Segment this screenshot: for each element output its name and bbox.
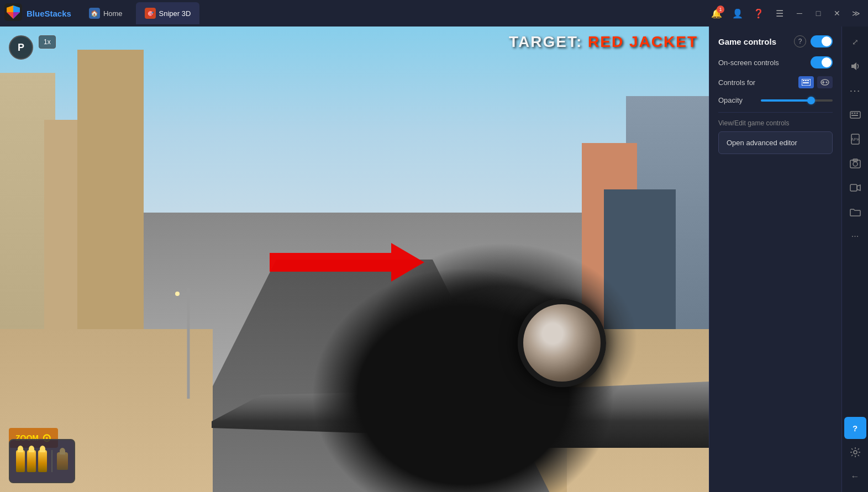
controls-panel: Game controls ? On-screen controls Contr… — [709, 27, 841, 492]
controls-title: Game controls — [718, 37, 776, 46]
account-button[interactable]: 👤 — [729, 4, 746, 22]
video-record-icon[interactable] — [844, 177, 866, 199]
target-highlight: RED JACKET — [588, 33, 698, 50]
bullet-2 — [27, 450, 36, 472]
back-icon[interactable]: ← — [844, 465, 866, 488]
help-question-button[interactable]: ? — [844, 417, 866, 439]
sniper-tab-icon: 🎯 — [145, 8, 156, 19]
screenshot-icon[interactable] — [844, 152, 866, 174]
view-edit-label: View/Edit game controls — [718, 119, 833, 127]
home-tab-icon: 🏠 — [89, 8, 100, 19]
svg-point-33 — [854, 451, 857, 454]
svg-rect-12 — [805, 80, 807, 81]
svg-rect-23 — [854, 113, 855, 114]
controls-actions: ? — [794, 35, 833, 47]
open-advanced-editor-button[interactable]: Open advanced editor — [718, 131, 833, 154]
slider-track[interactable] — [761, 99, 833, 102]
opacity-slider[interactable] — [761, 99, 833, 102]
svg-rect-31 — [850, 184, 857, 191]
brand-label: BlueStacks — [27, 9, 71, 18]
main-layout: 🌴 🌴 TARGET: RED JACKET P 1x ZOOM ⊙ — [0, 27, 868, 492]
tab-home[interactable]: 🏠 Home — [80, 2, 131, 24]
bullets-display — [9, 439, 75, 483]
bullet-1 — [16, 450, 25, 472]
controls-for-icons — [798, 76, 833, 88]
folder-icon[interactable] — [844, 201, 866, 223]
street-lamp — [177, 288, 199, 399]
svg-rect-13 — [807, 80, 809, 81]
svg-point-8 — [175, 292, 180, 296]
svg-marker-20 — [851, 62, 856, 70]
keyboard-ctrl-icon[interactable] — [798, 76, 814, 88]
svg-text:APK: APK — [851, 137, 860, 142]
building-3 — [77, 50, 144, 375]
menu-button[interactable]: ☰ — [771, 4, 788, 22]
fullscreen-icon[interactable]: ⤢ — [844, 31, 866, 53]
maximize-button[interactable]: □ — [811, 6, 826, 21]
controls-header: Game controls ? — [718, 35, 833, 47]
sidebar-toggle-button[interactable]: ≫ — [848, 6, 864, 21]
keyboard-icon[interactable] — [844, 104, 866, 126]
right-sidebar: ⤢ ⋯ APK — [841, 27, 868, 492]
on-screen-label: On-screen controls — [718, 59, 779, 67]
notification-button[interactable]: 🔔 1 — [708, 4, 725, 22]
controls-toggle[interactable] — [811, 35, 833, 47]
titlebar: BlueStacks 🏠 Home 🎯 Sniper 3D 🔔 1 👤 ❓ ☰ … — [0, 0, 868, 27]
on-screen-controls-row: On-screen controls — [718, 56, 833, 68]
svg-rect-25 — [851, 115, 858, 116]
notification-badge: 1 — [717, 6, 724, 13]
opacity-row: Opacity — [718, 96, 833, 104]
adv-editor-label: Open advanced editor — [727, 139, 797, 147]
settings-icon[interactable] — [844, 441, 866, 463]
target-label: TARGET: — [509, 33, 582, 50]
svg-rect-22 — [851, 113, 853, 114]
palm-tree-1: 🌴 — [390, 318, 445, 362]
titlebar-actions: 🔔 1 👤 ❓ ☰ ─ □ ✕ ≫ — [708, 4, 864, 22]
minimize-button[interactable]: ─ — [792, 6, 807, 21]
bullet-4 — [57, 452, 68, 470]
divider-1 — [718, 112, 833, 113]
close-button[interactable]: ✕ — [829, 6, 845, 21]
tab-sniper3d[interactable]: 🎯 Sniper 3D — [136, 2, 200, 24]
sidewalk-right — [567, 329, 709, 492]
zoom-indicator-top[interactable]: 1x — [39, 35, 56, 49]
svg-point-29 — [853, 162, 858, 166]
bullet-3 — [38, 450, 47, 472]
help-button[interactable]: ❓ — [750, 4, 767, 22]
palm-tree-2: 🌴 — [461, 338, 502, 371]
controls-for-row: Controls for — [718, 76, 833, 88]
svg-rect-11 — [803, 80, 804, 81]
slider-thumb[interactable] — [807, 97, 815, 104]
on-screen-toggle[interactable] — [811, 56, 833, 68]
target-display: TARGET: RED JACKET — [509, 33, 698, 51]
volume-icon[interactable] — [844, 55, 866, 77]
bullet-divider — [51, 450, 52, 472]
dots-grid-icon[interactable]: ⋯ — [844, 80, 866, 102]
svg-rect-24 — [856, 113, 858, 114]
opacity-label: Opacity — [718, 96, 743, 104]
sniper-tab-label: Sniper 3D — [159, 9, 191, 18]
svg-point-17 — [826, 82, 828, 83]
game-area[interactable]: 🌴 🌴 TARGET: RED JACKET P 1x ZOOM ⊙ — [0, 27, 709, 492]
p-button[interactable]: P — [9, 35, 33, 60]
svg-rect-14 — [803, 82, 809, 83]
controls-help-icon[interactable]: ? — [794, 35, 806, 47]
more-options-icon[interactable]: ··· — [844, 225, 866, 247]
home-tab-label: Home — [103, 9, 123, 18]
install-apk-icon[interactable]: APK — [844, 128, 866, 150]
bluestacks-logo — [4, 3, 22, 23]
side-panel: Game controls ? On-screen controls Contr… — [709, 27, 841, 492]
gamepad-ctrl-icon[interactable] — [817, 76, 833, 88]
controls-for-label: Controls for — [718, 78, 755, 87]
svg-marker-32 — [857, 185, 860, 191]
